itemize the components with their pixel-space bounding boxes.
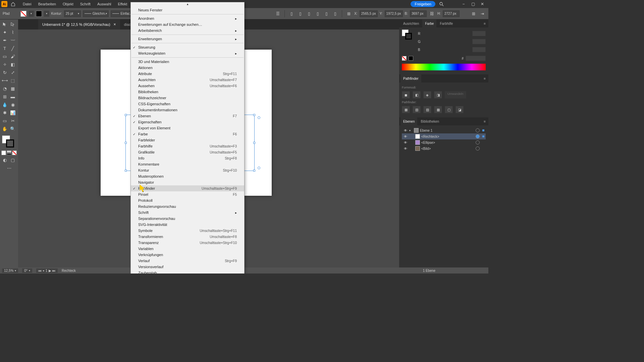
pf-trim-icon[interactable]: ▧ (413, 106, 421, 113)
lasso-tool-icon[interactable]: ⌇ (9, 28, 17, 36)
link-wh-icon[interactable]: ⛓ (429, 10, 435, 17)
menu-item-arbeitsbereich[interactable]: Arbeitsbereich▸ (131, 27, 244, 34)
align-hcenter-icon[interactable]: ▯ (297, 10, 304, 17)
pf-minus-front-icon[interactable]: ◧ (413, 91, 421, 99)
pf-divide-icon[interactable]: ▦ (402, 106, 410, 113)
b-field[interactable] (472, 47, 486, 52)
slice-tool-icon[interactable]: ✂ (9, 117, 17, 125)
screen-mode-icon[interactable]: ▢ (9, 156, 17, 164)
home-icon[interactable] (10, 1, 16, 7)
menu-item-kontur[interactable]: KonturStrg+F10 (131, 167, 244, 173)
menu-item-verkn-pfungen[interactable]: Verknüpfungen (131, 252, 244, 258)
rectangle-tool-icon[interactable]: ▭ (1, 52, 9, 60)
target-icon[interactable] (476, 140, 480, 144)
g-field[interactable] (472, 39, 486, 44)
window-close[interactable]: ✕ (478, 2, 487, 6)
menu-item-attribute[interactable]: AttributeStrg+F11 (131, 71, 244, 77)
x-field[interactable]: 2565,5 px (360, 10, 378, 17)
eraser-tool-icon[interactable]: ◧ (9, 60, 17, 68)
tab-pathfinder[interactable]: Pathfinder (400, 74, 421, 82)
align-left-icon[interactable]: ▯ (288, 10, 295, 17)
tab-farbhilfe[interactable]: Farbhilfe (437, 19, 455, 27)
menu-item-css-eigenschaften[interactable]: CSS-Eigenschaften (131, 101, 244, 107)
share-button[interactable]: Freigeben (411, 1, 435, 7)
menu-item-musteroptionen[interactable]: Musteroptionen (131, 173, 244, 179)
menu-item-erweiterungen[interactable]: Erweiterungen▸ (131, 36, 244, 42)
menu-item-transparenz[interactable]: TransparenzUmschalttaste+Strg+F10 (131, 240, 244, 246)
menu-item-bibliotheken[interactable]: Bibliotheken (131, 89, 244, 95)
black-swatch[interactable] (409, 56, 413, 61)
panel-toggle-icon[interactable]: ⊞ (470, 10, 477, 17)
menu-item-navigator[interactable]: Navigator (131, 179, 244, 185)
mesh-tool-icon[interactable]: ⊞ (1, 93, 9, 101)
shaper-tool-icon[interactable]: ✧ (1, 60, 9, 68)
search-icon[interactable] (439, 2, 449, 6)
rotate-tool-icon[interactable]: ↻ (1, 68, 9, 76)
none-swatch[interactable] (402, 56, 407, 61)
disclosure-icon[interactable]: ▾ (409, 129, 413, 132)
menu-item-info[interactable]: InfoStrg+F8 (131, 155, 244, 161)
visibility-icon[interactable]: 👁 (403, 135, 408, 138)
color-mode-gradient[interactable] (7, 150, 11, 155)
pf-minus-back-icon[interactable]: ◪ (455, 106, 464, 113)
menu-item-steuerung[interactable]: ✓Steuerung (131, 44, 244, 50)
draw-mode-icon[interactable]: ◐ (1, 156, 9, 164)
pf-intersect-icon[interactable]: ◈ (423, 91, 431, 99)
scale-tool-icon[interactable]: ⤢ (9, 68, 17, 76)
eyedropper-icon[interactable]: 💧 (1, 101, 9, 109)
menu-item-schrift[interactable]: Schrift▸ (131, 209, 244, 216)
window-minimize[interactable]: − (459, 2, 468, 6)
blend-tool-icon[interactable]: ◉ (9, 101, 17, 109)
menu-item-transformieren[interactable]: TransformierenUmschalttaste+F8 (131, 234, 244, 240)
menu-schrift[interactable]: Schrift (77, 2, 94, 6)
curvature-tool-icon[interactable]: 〰 (9, 36, 17, 44)
fill-dropdown[interactable]: ▾ (29, 11, 34, 17)
graph-tool-icon[interactable]: 📊 (9, 109, 17, 117)
menu-item-symbole[interactable]: SymboleUmschalttaste+Strg+F11 (131, 228, 244, 234)
tab-ebenen[interactable]: Ebenen (400, 117, 417, 125)
hand-tool-icon[interactable]: ✋ (1, 125, 9, 133)
menu-item-pathfinder[interactable]: ✓PathfinderUmschalttaste+Strg+F9 (131, 185, 244, 191)
menu-item-ausrichten[interactable]: AusrichtenUmschalttaste+F7 (131, 77, 244, 83)
color-mode-solid[interactable] (1, 150, 6, 155)
width-tool-icon[interactable]: ⟷ (1, 76, 9, 84)
gradient-tool-icon[interactable]: ▬ (9, 93, 17, 101)
stroke-swatch[interactable] (36, 11, 42, 17)
menu-datei[interactable]: Datei (19, 2, 35, 6)
layer-row[interactable]: 👁 <Rechteck> (402, 133, 486, 139)
target-icon[interactable] (476, 146, 480, 150)
fill-stroke-indicator[interactable] (1, 134, 17, 149)
menu-item-reduzierungsvorschau[interactable]: Reduzierungsvorschau (131, 203, 244, 209)
pf-outline-icon[interactable]: ▢ (445, 106, 453, 113)
edit-toolbar-icon[interactable]: ⋯ (1, 164, 17, 172)
panel-menu-icon[interactable]: ≡ (481, 19, 488, 27)
layer-row[interactable]: 👁 <Ellipse> (402, 139, 486, 145)
menu-item-bildnachzeichner[interactable]: Bildnachzeichner (131, 95, 244, 101)
color-spectrum[interactable] (402, 64, 486, 70)
menu-item-variablen[interactable]: Variablen (131, 246, 244, 252)
brush-tool-icon[interactable]: 🖌 (9, 52, 17, 60)
y-field[interactable]: 1972,5 px (385, 10, 403, 17)
pf-merge-icon[interactable]: ▨ (423, 106, 431, 113)
menu-item-export-von-element[interactable]: Export von Element (131, 125, 244, 131)
fill-swatch[interactable] (20, 11, 26, 17)
menu-item-separationenvorschau[interactable]: Separationenvorschau (131, 216, 244, 222)
layer-row[interactable]: 👁 <Bild> (402, 145, 486, 152)
menu-item-kommentare[interactable]: Kommentare (131, 161, 244, 167)
pf-exclude-icon[interactable]: ◨ (434, 91, 442, 99)
stroke-style-field[interactable]: Gleichm.▾ (83, 10, 109, 17)
menu-item-svg-interaktivit-t[interactable]: SVG-Interaktivität (131, 222, 244, 228)
menu-effekt[interactable]: Effekt (114, 2, 130, 6)
panel-menu-icon[interactable]: ≡ (481, 117, 488, 125)
symbol-tool-icon[interactable]: ✱ (1, 109, 9, 117)
align-right-icon[interactable]: ▯ (306, 10, 312, 17)
menu-item-eigenschaften[interactable]: ✓Eigenschaften (131, 119, 244, 125)
color-mode-none[interactable] (12, 150, 17, 155)
visibility-icon[interactable]: 👁 (403, 141, 408, 144)
transform-ref-icon[interactable]: ⊞ (345, 10, 352, 17)
stroke-weight-field[interactable]: 25 pt▾ (64, 10, 81, 17)
panel-menu-icon[interactable]: ≡ (481, 74, 488, 82)
stroke-dropdown[interactable]: ▾ (44, 11, 49, 17)
artboard-tool-icon[interactable]: ▭ (1, 117, 9, 125)
free-transform-icon[interactable]: ⬚ (9, 76, 17, 84)
